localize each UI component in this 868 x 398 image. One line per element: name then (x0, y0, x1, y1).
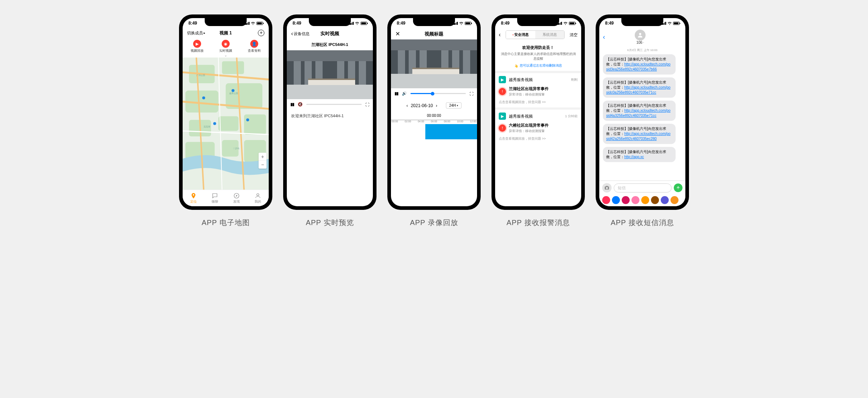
date-picker[interactable]: ‹2021-06-10› (407, 103, 437, 108)
back-button[interactable]: ‹ (499, 31, 501, 38)
svg-rect-23 (287, 50, 373, 61)
tab-chat[interactable]: 微聊 (204, 190, 226, 206)
app-shortcut[interactable] (661, 196, 669, 204)
sms-link[interactable]: http://app.xcloudtech.com/posidc0a256e89… (606, 85, 671, 94)
volume-slider[interactable] (410, 93, 466, 94)
contact-number[interactable]: 106› (636, 41, 644, 45)
app-shortcut[interactable] (612, 196, 620, 204)
timestamp: 6月2日 周三 上午 10:03 (599, 46, 685, 54)
quick-actions: ▶视频回放 ◉实时视频 👤查看资料 (183, 38, 269, 54)
page-title: 视频标题 (425, 31, 443, 37)
svg-text:广州公园: 广州公园 (196, 74, 205, 76)
svg-point-18 (246, 118, 249, 121)
timeline-ticks: 00:0002:0004:0006:0008:0010:0012:00 (391, 120, 477, 123)
camera-name: 兰湖社区 IPC544H-1 (287, 39, 373, 50)
nav-bar: ‹ 安全消息 系统消息 清空 (495, 28, 581, 41)
zoom-in-button[interactable]: + (259, 153, 267, 161)
send-button[interactable] (674, 183, 682, 192)
sms-link[interactable]: http://app.xc (624, 155, 644, 159)
clear-button[interactable]: 清空 (570, 32, 578, 38)
app-shortcut[interactable] (631, 196, 639, 204)
app-header: 切换成员▸ 视频 1 (183, 28, 269, 38)
switch-member-button[interactable]: 切换成员▸ (187, 30, 205, 36)
timeline-segment[interactable] (425, 124, 477, 139)
app-shortcut[interactable] (671, 196, 678, 204)
chat-icon (212, 192, 218, 199)
svg-rect-40 (463, 50, 470, 74)
avatar-icon[interactable] (635, 30, 646, 41)
video-player[interactable] (287, 50, 373, 99)
segment-control[interactable]: 安全消息 系统消息 (506, 30, 565, 39)
svg-text:二沙岛: 二沙岛 (233, 147, 239, 149)
volume-slider[interactable] (306, 104, 362, 105)
timeline[interactable]: 00:0002:0004:0006:0008:0010:0012:00 (391, 120, 477, 139)
svg-rect-31 (308, 79, 355, 80)
app-shortcut[interactable] (602, 196, 610, 204)
caption: APP 接收报警消息 (506, 218, 570, 228)
app-shortcut[interactable] (641, 196, 649, 204)
seg-security[interactable]: 安全消息 (506, 31, 535, 39)
sms-bubble[interactable]: 【云芯科技】[摄像机六号]向您发出求救，位置：http://app.xcloud… (603, 54, 676, 75)
volume-icon[interactable]: 🔊 (402, 91, 407, 96)
alert-card[interactable]: ▶越秀服务视频1 分钟前 !六榕社区出现异常事件异常详情：移动侦测报警 点击查看… (495, 107, 581, 144)
sms-bubble[interactable]: 【云芯科技】[摄像机六号]向您发出求救，位置：http://app.xcloud… (603, 124, 676, 144)
sms-header: ‹ 106› (599, 28, 685, 46)
seg-system[interactable]: 系统消息 (535, 31, 564, 39)
chevron-down-icon[interactable]: ⌄ (183, 54, 269, 58)
svg-rect-29 (359, 61, 366, 85)
detail-text: 异常详情：移动侦测报警 (509, 129, 549, 134)
swipe-icon: 👆 (514, 64, 518, 68)
battery-icon (361, 22, 367, 25)
sms-bubble[interactable]: 【云芯科技】[摄像机六号]向您发出求救，位置：http://app.xcloud… (603, 101, 676, 121)
chevron-left-icon[interactable]: ‹ (407, 103, 408, 108)
message-list[interactable]: 【云芯科技】[摄像机六号]向您发出求救，位置：http://app.xcloud… (599, 54, 685, 181)
back-button[interactable]: ‹ (603, 33, 605, 41)
sms-link[interactable]: http://app.xcloudtech.com/posid3ea256e89… (606, 62, 671, 71)
pause-icon[interactable]: ▮▮ (290, 102, 294, 107)
welcome-title: 欢迎使用防走丢！ (500, 45, 576, 50)
map-view[interactable]: 广州公园 越秀公园 流花湖 二沙岛 +− (183, 58, 269, 190)
nav-bar: ✕ 视频标题 (391, 28, 477, 39)
video-controls: ▮▮ 🔇 ⛶ (287, 99, 373, 110)
svg-point-15 (202, 96, 205, 99)
app-shortcut[interactable] (622, 196, 630, 204)
view-link[interactable]: 点击查看视频回放，排查问题 >> (499, 136, 578, 141)
tab-mine[interactable]: 我的 (247, 190, 269, 206)
app-drawer (599, 195, 685, 206)
wifi-icon (667, 21, 672, 25)
video-controls: ▮▮ 🔊 ⛶ (391, 88, 477, 99)
svg-point-43 (639, 33, 641, 35)
camera-icon[interactable] (602, 183, 612, 192)
sms-link[interactable]: http://app.xcloudtech.com/posid42a256e89… (606, 132, 671, 141)
app-shortcut[interactable] (651, 196, 659, 204)
video-player[interactable] (391, 39, 477, 88)
mute-icon[interactable]: 🔇 (298, 102, 303, 107)
zoom-out-button[interactable]: − (259, 161, 267, 169)
tab-locate[interactable]: 定位 (183, 190, 204, 206)
nav-bar: ‹设备信息 实时视频 (287, 28, 373, 39)
message-input[interactable]: 短信 (614, 183, 672, 192)
back-button[interactable]: ‹设备信息 (291, 30, 310, 37)
svg-point-20 (257, 194, 259, 196)
sms-bubble[interactable]: 【云芯科技】[摄像机六号]向您发出求救，位置：http://app.xc (603, 147, 676, 162)
quick-playback[interactable]: ▶视频回放 (191, 40, 204, 53)
sms-bubble[interactable]: 【云芯科技】[摄像机六号]向您发出求救，位置：http://app.xcloud… (603, 77, 676, 98)
welcome-box: 欢迎使用防走丢！ 消息中心主要是接收家人的求助信息和地理围栏的消息提醒 👆您可以… (495, 41, 581, 71)
fullscreen-icon[interactable]: ⛶ (469, 92, 473, 96)
quick-profile[interactable]: 👤查看资料 (248, 40, 261, 53)
sms-link[interactable]: http://app.xcloudtech.com/posid4a3256e89… (606, 109, 671, 118)
alert-card[interactable]: ▶越秀服务视频刚刚 !兰湖社区出现异常事件异常详情：移动侦测报警 点击查看视频回… (495, 71, 581, 107)
svg-text:越秀公园: 越秀公园 (229, 92, 238, 94)
quick-live[interactable]: ◉实时视频 (219, 40, 232, 53)
close-button[interactable]: ✕ (395, 30, 400, 37)
view-link[interactable]: 点击查看视频回放，排查问题 >> (499, 100, 578, 105)
add-button[interactable] (258, 30, 264, 36)
range-select[interactable]: 24H▾ (446, 102, 461, 109)
pause-icon[interactable]: ▮▮ (395, 91, 398, 96)
swipe-tip: 👆您可以通过左右滑动删除消息 (500, 63, 576, 68)
tab-discover[interactable]: 发现 (226, 190, 247, 206)
chevron-right-icon[interactable]: › (436, 103, 437, 108)
detail-text: 异常详情：移动侦测报警 (509, 92, 549, 97)
fullscreen-icon[interactable]: ⛶ (365, 102, 369, 107)
svg-rect-33 (391, 74, 477, 88)
